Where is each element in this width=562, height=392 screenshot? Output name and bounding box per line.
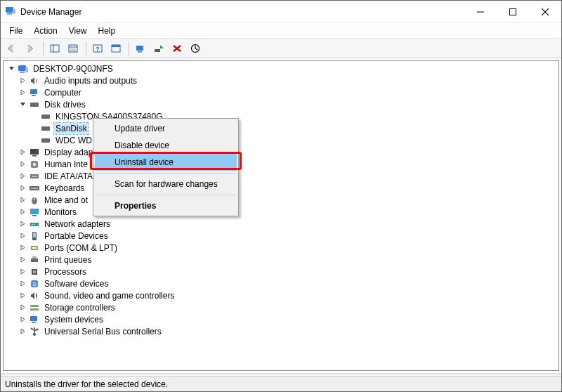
expand-toggle[interactable] <box>18 290 28 301</box>
expand-toggle[interactable] <box>18 195 28 205</box>
tree-category[interactable]: Disk drives <box>4 98 558 110</box>
svg-rect-55 <box>31 259 38 262</box>
minimize-button[interactable] <box>464 1 497 22</box>
menu-help[interactable]: Help <box>93 25 122 37</box>
show-hidden-button[interactable] <box>46 41 63 56</box>
svg-rect-71 <box>37 328 39 330</box>
expand-toggle[interactable] <box>18 302 28 313</box>
context-menu-item[interactable]: Uninstall device <box>95 154 237 171</box>
expand-toggle[interactable] <box>18 218 28 229</box>
svg-rect-26 <box>30 89 37 94</box>
node-label: Storage controllers <box>43 302 117 313</box>
expand-toggle <box>29 135 39 145</box>
tree-category[interactable]: Sound, video and game controllers <box>4 289 558 301</box>
context-menu-item[interactable]: Update driver <box>95 120 237 137</box>
svg-rect-24 <box>20 72 25 73</box>
svg-rect-64 <box>30 316 37 321</box>
tree-category[interactable]: Audio inputs and outputs <box>4 74 558 86</box>
expand-toggle[interactable] <box>18 171 28 181</box>
menu-view[interactable]: View <box>63 25 93 37</box>
enable-device-button[interactable] <box>150 41 167 56</box>
expand-toggle[interactable] <box>18 147 28 157</box>
cpu-icon <box>29 266 40 277</box>
tree-category[interactable]: Monitors <box>4 206 558 218</box>
tree-category[interactable]: Universal Serial Bus controllers <box>4 325 558 337</box>
svg-rect-36 <box>30 149 39 155</box>
device-tree[interactable]: DESKTOP-9Q0JNFSAudio inputs and outputsC… <box>4 61 558 370</box>
menu-file[interactable]: File <box>4 25 28 37</box>
context-menu-item[interactable]: Properties <box>95 197 237 214</box>
tree-category[interactable]: System devices <box>4 313 558 325</box>
expand-toggle[interactable] <box>18 207 28 217</box>
tree-category[interactable]: Ports (COM & LPT) <box>4 242 558 254</box>
svg-rect-7 <box>51 45 59 52</box>
tree-category[interactable]: Portable Devices <box>4 230 558 242</box>
expand-toggle[interactable] <box>18 314 28 325</box>
expand-toggle[interactable] <box>18 230 28 241</box>
svg-rect-0 <box>6 7 13 13</box>
svg-rect-62 <box>30 305 39 307</box>
expand-toggle[interactable] <box>18 242 28 253</box>
svg-point-49 <box>32 223 33 225</box>
tree-category[interactable]: SSoftware devices <box>4 277 558 289</box>
tree-category[interactable]: Keyboards <box>4 182 558 194</box>
tree-category[interactable]: Display adap <box>4 146 558 158</box>
action-toolbar-button[interactable] <box>107 41 124 56</box>
properties-toolbar-button[interactable] <box>65 41 81 56</box>
svg-rect-1 <box>7 13 12 15</box>
expand-toggle[interactable] <box>18 183 28 193</box>
tree-device[interactable]: SanDisk <box>4 122 558 134</box>
update-driver-toolbar-button[interactable] <box>187 41 204 56</box>
tree-device[interactable]: KINGSTON SA400S37480G <box>4 110 558 122</box>
forward-button[interactable] <box>22 41 39 56</box>
menu-action[interactable]: Action <box>28 25 63 37</box>
expand-toggle[interactable] <box>18 266 28 277</box>
storage-icon <box>29 302 40 313</box>
titlebar: Device Manager <box>1 1 561 23</box>
svg-point-39 <box>33 163 36 166</box>
tree-category[interactable]: Print queues <box>4 254 558 266</box>
uninstall-toolbar-button[interactable] <box>169 41 185 56</box>
svg-point-35 <box>48 140 49 141</box>
close-button[interactable] <box>529 1 561 22</box>
back-button[interactable] <box>4 41 20 56</box>
tree-device[interactable]: WDC WD <box>4 134 558 146</box>
expand-toggle[interactable] <box>18 159 28 169</box>
context-menu-item[interactable]: Disable device <box>95 137 237 154</box>
tree-root[interactable]: DESKTOP-9Q0JNFS <box>4 63 558 74</box>
node-label: Sound, video and game controllers <box>43 290 176 301</box>
node-label: WDC WD <box>54 135 93 146</box>
expand-toggle[interactable] <box>18 75 28 86</box>
tree-category[interactable]: Storage controllers <box>4 301 558 313</box>
system-icon <box>29 314 40 325</box>
tree-pane: DESKTOP-9Q0JNFSAudio inputs and outputsC… <box>3 60 559 371</box>
window-controls <box>464 1 561 22</box>
software-icon: S <box>29 278 40 289</box>
svg-rect-56 <box>32 256 37 259</box>
help-toolbar-button[interactable]: ? <box>89 41 106 56</box>
expand-toggle[interactable] <box>18 87 28 98</box>
context-menu-separator <box>96 173 236 174</box>
tree-category[interactable]: Network adapters <box>4 218 558 230</box>
scan-hardware-button[interactable] <box>132 41 149 56</box>
svg-rect-2 <box>13 9 15 14</box>
tree-category[interactable]: Processors <box>4 266 558 277</box>
maximize-button[interactable] <box>497 1 529 22</box>
expand-toggle[interactable] <box>18 278 28 289</box>
expand-toggle[interactable] <box>18 99 28 110</box>
context-menu-item[interactable]: Scan for hardware changes <box>95 176 237 192</box>
context-menu-separator <box>96 195 236 195</box>
printer-icon <box>29 254 40 266</box>
tree-category[interactable]: Computer <box>4 86 558 98</box>
expand-toggle[interactable] <box>18 326 28 337</box>
tree-category[interactable]: IDE ATA/ATA <box>4 170 558 182</box>
expand-toggle[interactable] <box>6 63 17 74</box>
node-label: Display adap <box>43 147 94 158</box>
mouse-icon <box>29 195 40 206</box>
node-label: Software devices <box>43 278 110 289</box>
tree-category[interactable]: Human Inte <box>4 158 558 170</box>
node-label: IDE ATA/ATA <box>43 171 94 182</box>
expand-toggle[interactable] <box>18 254 28 265</box>
svg-rect-54 <box>32 247 37 249</box>
tree-category[interactable]: Mice and ot <box>4 194 558 206</box>
